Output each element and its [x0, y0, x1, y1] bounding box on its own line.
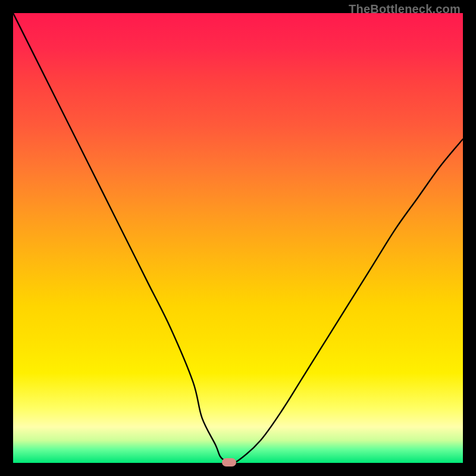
plot-area	[13, 13, 463, 463]
chart-frame: TheBottleneck.com	[0, 0, 476, 476]
curve-svg	[13, 13, 463, 463]
bottleneck-curve	[13, 13, 463, 463]
optimum-marker	[222, 458, 236, 466]
